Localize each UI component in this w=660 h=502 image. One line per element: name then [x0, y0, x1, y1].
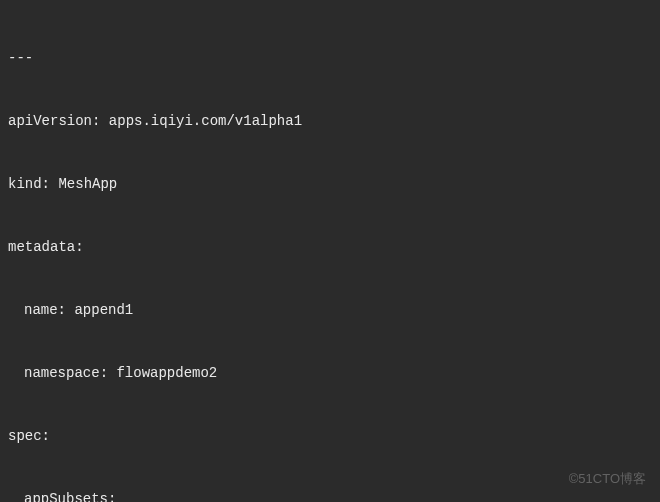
key: spec	[8, 428, 42, 444]
yaml-code-block: --- apiVersion: apps.iqiyi.com/v1alpha1 …	[8, 6, 652, 502]
doc1-namespace: namespace: flowappdemo2	[8, 363, 652, 384]
key: namespace	[24, 365, 100, 381]
key: appSubsets	[24, 491, 108, 502]
value: flowappdemo2	[116, 365, 217, 381]
doc1-metadata: metadata:	[8, 237, 652, 258]
doc1-name: name: append1	[8, 300, 652, 321]
doc1-separator: ---	[8, 48, 652, 69]
key: metadata	[8, 239, 75, 255]
key: apiVersion	[8, 113, 92, 129]
key: kind	[8, 176, 42, 192]
doc1-appsubsets: appSubsets:	[8, 489, 652, 502]
watermark-text: ©51CTO博客	[569, 469, 646, 489]
value: apps.iqiyi.com/v1alpha1	[109, 113, 302, 129]
value: append1	[74, 302, 133, 318]
doc1-apiversion: apiVersion: apps.iqiyi.com/v1alpha1	[8, 111, 652, 132]
doc1-spec: spec:	[8, 426, 652, 447]
value: MeshApp	[58, 176, 117, 192]
doc1-kind: kind: MeshApp	[8, 174, 652, 195]
key: name	[24, 302, 58, 318]
